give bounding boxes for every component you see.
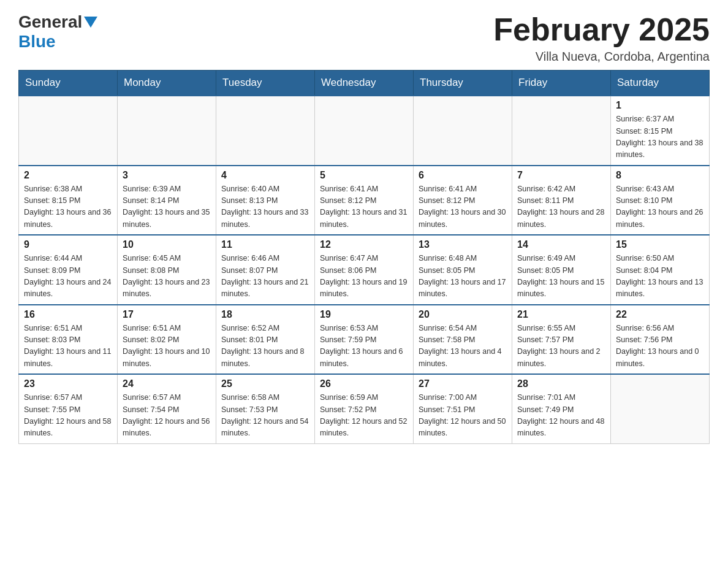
week-row-4: 16Sunrise: 6:51 AM Sunset: 8:03 PM Dayli… <box>19 305 710 375</box>
day-number: 2 <box>24 170 112 181</box>
day-info: Sunrise: 6:48 AM Sunset: 8:05 PM Dayligh… <box>419 253 507 301</box>
day-number: 17 <box>123 309 211 320</box>
logo-general-text: General <box>18 12 82 32</box>
day-number: 26 <box>320 378 408 389</box>
day-number: 22 <box>616 309 704 320</box>
header-sunday: Sunday <box>19 71 118 96</box>
day-number: 14 <box>517 239 605 250</box>
week-row-2: 2Sunrise: 6:38 AM Sunset: 8:15 PM Daylig… <box>19 166 710 236</box>
day-info: Sunrise: 6:43 AM Sunset: 8:10 PM Dayligh… <box>616 183 704 231</box>
day-info: Sunrise: 7:01 AM Sunset: 7:49 PM Dayligh… <box>517 392 605 440</box>
day-cell: 1Sunrise: 6:37 AM Sunset: 8:15 PM Daylig… <box>611 96 710 166</box>
day-number: 16 <box>24 309 112 320</box>
title-block: February 2025 Villa Nueva, Cordoba, Arge… <box>493 12 710 64</box>
day-cell: 15Sunrise: 6:50 AM Sunset: 8:04 PM Dayli… <box>611 235 710 305</box>
day-number: 6 <box>419 170 507 181</box>
day-info: Sunrise: 6:51 AM Sunset: 8:02 PM Dayligh… <box>123 323 211 370</box>
day-number: 4 <box>221 170 309 181</box>
day-cell: 6Sunrise: 6:41 AM Sunset: 8:12 PM Daylig… <box>414 166 512 236</box>
day-number: 27 <box>419 378 507 389</box>
day-info: Sunrise: 6:37 AM Sunset: 8:15 PM Dayligh… <box>616 113 704 161</box>
day-cell: 7Sunrise: 6:42 AM Sunset: 8:11 PM Daylig… <box>512 166 611 236</box>
day-cell: 11Sunrise: 6:46 AM Sunset: 8:07 PM Dayli… <box>216 235 315 305</box>
day-info: Sunrise: 6:55 AM Sunset: 7:57 PM Dayligh… <box>517 323 605 370</box>
day-info: Sunrise: 6:45 AM Sunset: 8:08 PM Dayligh… <box>123 253 211 301</box>
day-cell <box>216 96 315 166</box>
header-monday: Monday <box>118 71 216 96</box>
day-cell <box>512 96 611 166</box>
day-info: Sunrise: 7:00 AM Sunset: 7:51 PM Dayligh… <box>419 392 507 440</box>
day-info: Sunrise: 6:54 AM Sunset: 7:58 PM Dayligh… <box>419 323 507 370</box>
day-number: 18 <box>221 309 309 320</box>
day-info: Sunrise: 6:46 AM Sunset: 8:07 PM Dayligh… <box>221 253 309 301</box>
day-number: 10 <box>123 239 211 250</box>
day-cell: 22Sunrise: 6:56 AM Sunset: 7:56 PM Dayli… <box>611 305 710 375</box>
day-cell: 13Sunrise: 6:48 AM Sunset: 8:05 PM Dayli… <box>414 235 512 305</box>
day-number: 15 <box>616 239 704 250</box>
logo-triangle-icon <box>84 17 97 28</box>
day-cell: 19Sunrise: 6:53 AM Sunset: 7:59 PM Dayli… <box>315 305 414 375</box>
header-wednesday: Wednesday <box>315 71 414 96</box>
header-friday: Friday <box>512 71 611 96</box>
day-cell: 8Sunrise: 6:43 AM Sunset: 8:10 PM Daylig… <box>611 166 710 236</box>
svg-marker-0 <box>84 17 97 28</box>
day-info: Sunrise: 6:59 AM Sunset: 7:52 PM Dayligh… <box>320 392 408 440</box>
day-number: 3 <box>123 170 211 181</box>
day-number: 21 <box>517 309 605 320</box>
day-number: 8 <box>616 170 704 181</box>
day-info: Sunrise: 6:57 AM Sunset: 7:55 PM Dayligh… <box>24 392 112 440</box>
day-number: 7 <box>517 170 605 181</box>
day-cell <box>414 96 512 166</box>
day-info: Sunrise: 6:38 AM Sunset: 8:15 PM Dayligh… <box>24 183 112 231</box>
day-info: Sunrise: 6:41 AM Sunset: 8:12 PM Dayligh… <box>320 183 408 231</box>
day-number: 1 <box>616 100 704 111</box>
day-cell: 12Sunrise: 6:47 AM Sunset: 8:06 PM Dayli… <box>315 235 414 305</box>
day-number: 9 <box>24 239 112 250</box>
day-cell: 25Sunrise: 6:58 AM Sunset: 7:53 PM Dayli… <box>216 374 315 443</box>
day-cell: 20Sunrise: 6:54 AM Sunset: 7:58 PM Dayli… <box>414 305 512 375</box>
header-thursday: Thursday <box>414 71 512 96</box>
location-subtitle: Villa Nueva, Cordoba, Argentina <box>493 50 710 64</box>
day-cell: 4Sunrise: 6:40 AM Sunset: 8:13 PM Daylig… <box>216 166 315 236</box>
day-number: 24 <box>123 378 211 389</box>
day-number: 23 <box>24 378 112 389</box>
day-number: 5 <box>320 170 408 181</box>
day-info: Sunrise: 6:56 AM Sunset: 7:56 PM Dayligh… <box>616 323 704 370</box>
day-cell <box>315 96 414 166</box>
day-info: Sunrise: 6:51 AM Sunset: 8:03 PM Dayligh… <box>24 323 112 370</box>
day-cell: 2Sunrise: 6:38 AM Sunset: 8:15 PM Daylig… <box>19 166 118 236</box>
day-info: Sunrise: 6:50 AM Sunset: 8:04 PM Dayligh… <box>616 253 704 301</box>
weekday-header-row: Sunday Monday Tuesday Wednesday Thursday… <box>19 71 710 96</box>
logo: General Blue <box>18 12 97 52</box>
day-cell: 23Sunrise: 6:57 AM Sunset: 7:55 PM Dayli… <box>19 374 118 443</box>
header-saturday: Saturday <box>611 71 710 96</box>
day-cell <box>118 96 216 166</box>
day-cell: 10Sunrise: 6:45 AM Sunset: 8:08 PM Dayli… <box>118 235 216 305</box>
day-cell: 28Sunrise: 7:01 AM Sunset: 7:49 PM Dayli… <box>512 374 611 443</box>
day-info: Sunrise: 6:44 AM Sunset: 8:09 PM Dayligh… <box>24 253 112 301</box>
day-cell: 17Sunrise: 6:51 AM Sunset: 8:02 PM Dayli… <box>118 305 216 375</box>
day-cell: 18Sunrise: 6:52 AM Sunset: 8:01 PM Dayli… <box>216 305 315 375</box>
week-row-5: 23Sunrise: 6:57 AM Sunset: 7:55 PM Dayli… <box>19 374 710 443</box>
page-header: General Blue February 2025 Villa Nueva, … <box>18 12 710 64</box>
logo-blue-text: Blue <box>18 32 56 52</box>
day-cell: 21Sunrise: 6:55 AM Sunset: 7:57 PM Dayli… <box>512 305 611 375</box>
day-info: Sunrise: 6:39 AM Sunset: 8:14 PM Dayligh… <box>123 183 211 231</box>
day-cell: 3Sunrise: 6:39 AM Sunset: 8:14 PM Daylig… <box>118 166 216 236</box>
week-row-1: 1Sunrise: 6:37 AM Sunset: 8:15 PM Daylig… <box>19 96 710 166</box>
day-info: Sunrise: 6:58 AM Sunset: 7:53 PM Dayligh… <box>221 392 309 440</box>
day-info: Sunrise: 6:40 AM Sunset: 8:13 PM Dayligh… <box>221 183 309 231</box>
day-cell: 27Sunrise: 7:00 AM Sunset: 7:51 PM Dayli… <box>414 374 512 443</box>
header-tuesday: Tuesday <box>216 71 315 96</box>
day-info: Sunrise: 6:53 AM Sunset: 7:59 PM Dayligh… <box>320 323 408 370</box>
day-number: 13 <box>419 239 507 250</box>
day-number: 19 <box>320 309 408 320</box>
day-number: 12 <box>320 239 408 250</box>
calendar-table: Sunday Monday Tuesday Wednesday Thursday… <box>18 70 710 444</box>
day-cell <box>611 374 710 443</box>
day-cell <box>19 96 118 166</box>
day-number: 20 <box>419 309 507 320</box>
day-number: 28 <box>517 378 605 389</box>
day-info: Sunrise: 6:57 AM Sunset: 7:54 PM Dayligh… <box>123 392 211 440</box>
day-info: Sunrise: 6:49 AM Sunset: 8:05 PM Dayligh… <box>517 253 605 301</box>
